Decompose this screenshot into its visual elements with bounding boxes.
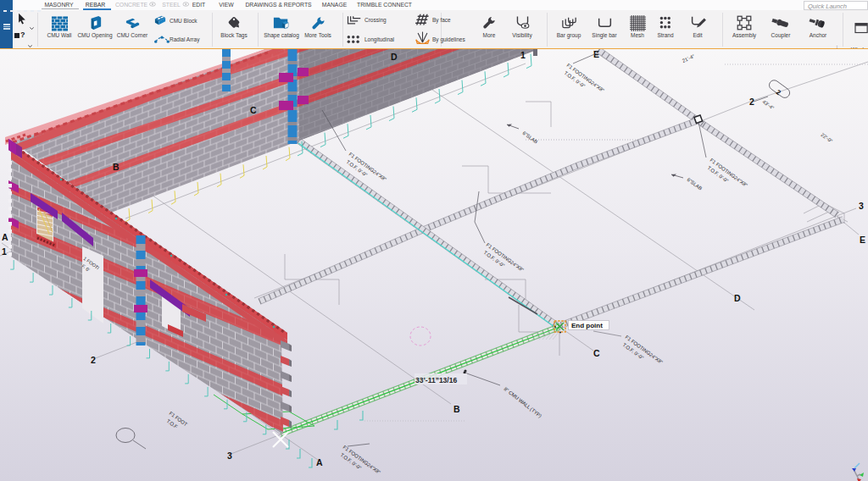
svg-text:End point: End point	[571, 322, 603, 329]
svg-text:3: 3	[859, 201, 864, 211]
svg-text:E: E	[860, 235, 865, 245]
svg-text:C: C	[593, 348, 600, 358]
svg-text:33’-11”13/16: 33’-11”13/16	[415, 376, 457, 384]
svg-text:2: 2	[91, 355, 96, 365]
svg-text:C: C	[250, 105, 257, 115]
svg-text:B: B	[113, 162, 120, 172]
svg-text:1: 1	[520, 50, 526, 60]
svg-text:B: B	[453, 404, 460, 414]
svg-text:A: A	[316, 457, 323, 467]
svg-text:D: D	[391, 52, 398, 62]
svg-text:D: D	[734, 293, 741, 303]
svg-text:3: 3	[227, 451, 232, 461]
svg-text:A: A	[2, 232, 8, 242]
svg-text:1: 1	[2, 246, 7, 257]
